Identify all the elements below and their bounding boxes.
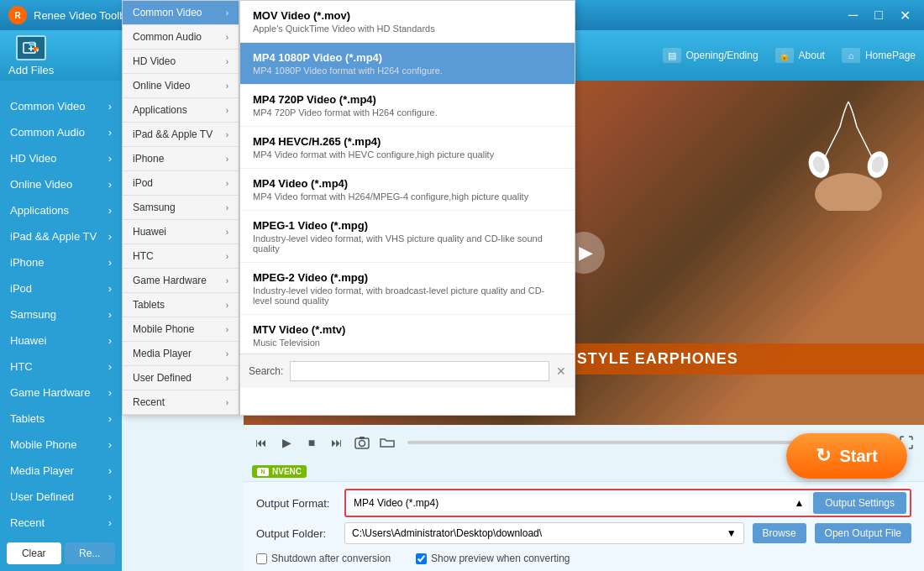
search-clear-icon[interactable]: ✕ bbox=[556, 364, 566, 378]
sidebar-item-common-video[interactable]: Common Video › bbox=[0, 93, 122, 119]
sidebar-item-label: Online Video bbox=[10, 178, 72, 191]
sidebar-item-label: Mobile Phone bbox=[10, 438, 77, 451]
sidebar-item-samsung[interactable]: Samsung › bbox=[0, 301, 122, 327]
submenu-arrow-icon: › bbox=[226, 228, 228, 237]
opening-ending-nav[interactable]: ▤ Opening/Ending bbox=[663, 48, 759, 63]
submenu-item-ipad-apple-tv[interactable]: iPad && Apple TV › bbox=[123, 123, 239, 147]
format-panel: MOV Video (*.mov) Apple's QuickTime Vide… bbox=[239, 0, 575, 416]
app-logo: R bbox=[8, 6, 27, 24]
open-folder-button[interactable] bbox=[378, 433, 396, 452]
opening-ending-label: Opening/Ending bbox=[686, 50, 759, 61]
open-folder-btn[interactable]: Open Output File bbox=[815, 523, 911, 543]
sidebar-item-label: Media Player bbox=[10, 464, 74, 477]
submenu-item-media-player[interactable]: Media Player › bbox=[123, 342, 239, 366]
submenu-label: Online Video bbox=[133, 80, 191, 92]
submenu-label: Common Video bbox=[133, 7, 202, 18]
sidebar-item-applications[interactable]: Applications › bbox=[0, 197, 122, 223]
sidebar-item-mobile-phone[interactable]: Mobile Phone › bbox=[0, 432, 122, 458]
sidebar-item-label: iPad && Apple TV bbox=[10, 230, 97, 243]
shutdown-checkbox-item[interactable]: Shutdown after conversion bbox=[256, 553, 391, 564]
sidebar-item-label: Huawei bbox=[10, 334, 46, 347]
format-item-desc: MP4 Video format with HEVC configure,hig… bbox=[253, 149, 562, 160]
sidebar-item-common-audio[interactable]: Common Audio › bbox=[0, 119, 122, 145]
submenu-item-hd-video[interactable]: HD Video › bbox=[123, 50, 239, 74]
format-item-mpeg1[interactable]: MPEG-1 Video (*.mpg) Industry-level vide… bbox=[240, 211, 575, 263]
submenu-item-online-video[interactable]: Online Video › bbox=[123, 74, 239, 98]
sidebar-item-ipad-apple-tv[interactable]: iPad && Apple TV › bbox=[0, 223, 122, 249]
homepage-icon: ⌂ bbox=[842, 48, 860, 63]
format-item-mpeg2[interactable]: MPEG-2 Video (*.mpg) Industry-level vide… bbox=[240, 263, 575, 315]
homepage-nav[interactable]: ⌂ HomePage bbox=[842, 48, 916, 63]
submenu-item-common-audio[interactable]: Common Audio › bbox=[123, 25, 239, 50]
format-item-mp4[interactable]: MP4 Video (*.mp4) MP4 Video format with … bbox=[240, 169, 575, 211]
output-folder-input[interactable]: C:\Users\Administrator\Desktop\download\… bbox=[344, 522, 744, 544]
sidebar-item-label: Recent bbox=[10, 516, 45, 529]
about-nav[interactable]: 🔒 About bbox=[775, 48, 825, 63]
submenu-item-common-video[interactable]: Common Video › bbox=[123, 1, 239, 25]
start-button[interactable]: ↻ Start bbox=[786, 433, 907, 479]
submenu-item-tablets[interactable]: Tablets › bbox=[123, 293, 239, 317]
preview-checkbox-item[interactable]: Show preview when converting bbox=[416, 553, 570, 564]
search-input[interactable] bbox=[290, 361, 549, 381]
close-button[interactable]: ✕ bbox=[895, 6, 916, 25]
output-folder-row: Output Folder: C:\Users\Administrator\De… bbox=[256, 522, 911, 544]
minimize-button[interactable]: ─ bbox=[843, 6, 863, 25]
sidebar: CHEAP EARPODS STYLE EARPHONES Common Vid… bbox=[0, 81, 122, 571]
format-item-mp4-720p[interactable]: MP4 720P Video (*.mp4) MP4 720P Video fo… bbox=[240, 85, 575, 127]
sidebar-item-label: iPod bbox=[10, 282, 32, 295]
screenshot-button[interactable] bbox=[353, 433, 371, 452]
remove-button[interactable]: Re... bbox=[65, 542, 116, 564]
sidebar-item-ipod[interactable]: iPod › bbox=[0, 275, 122, 301]
format-item-desc: MP4 1080P Video format with H264 configu… bbox=[253, 65, 562, 76]
format-item-mtv[interactable]: MTV Video (*.mtv) Music Television bbox=[240, 315, 575, 354]
sidebar-item-game-hardware[interactable]: Game Hardware › bbox=[0, 380, 122, 406]
submenu-item-ipod[interactable]: iPod › bbox=[123, 171, 239, 196]
sidebar-item-label: Common Video bbox=[10, 100, 85, 113]
preview-checkbox[interactable] bbox=[416, 553, 427, 564]
play-pause-button[interactable]: ▶ bbox=[277, 433, 296, 452]
submenu-item-recent[interactable]: Recent › bbox=[123, 390, 239, 415]
clear-button[interactable]: Clear bbox=[7, 542, 61, 564]
chevron-right-icon: › bbox=[108, 178, 112, 191]
format-item-mp4-hevc[interactable]: MP4 HEVC/H.265 (*.mp4) MP4 Video format … bbox=[240, 127, 575, 169]
output-settings-button[interactable]: Output Settings bbox=[813, 492, 906, 514]
skip-back-button[interactable]: ⏮ bbox=[252, 433, 270, 452]
add-files-button[interactable]: ▼ Add Files bbox=[8, 35, 54, 76]
stop-button[interactable]: ■ bbox=[302, 433, 321, 452]
progress-bar[interactable] bbox=[407, 441, 795, 444]
submenu-item-iphone[interactable]: iPhone › bbox=[123, 147, 239, 171]
output-format-select[interactable]: MP4 Video (*.mp4) ▲ bbox=[349, 495, 808, 511]
sidebar-item-user-defined[interactable]: User Defined › bbox=[0, 484, 122, 510]
format-item-title: MOV Video (*.mov) bbox=[253, 9, 562, 22]
format-item-mov[interactable]: MOV Video (*.mov) Apple's QuickTime Vide… bbox=[240, 1, 575, 43]
submenu-item-huawei[interactable]: Huawei › bbox=[123, 220, 239, 244]
submenu-item-samsung[interactable]: Samsung › bbox=[123, 196, 239, 220]
sidebar-item-online-video[interactable]: Online Video › bbox=[0, 171, 122, 197]
earpods-visual bbox=[798, 93, 899, 213]
submenu-label: Applications bbox=[133, 104, 187, 116]
submenu-item-htc[interactable]: HTC › bbox=[123, 244, 239, 269]
sidebar-item-huawei[interactable]: Huawei › bbox=[0, 327, 122, 354]
skip-forward-button[interactable]: ⏭ bbox=[328, 433, 346, 452]
maximize-button[interactable]: □ bbox=[869, 6, 888, 25]
format-item-desc: Music Television bbox=[253, 338, 562, 348]
submenu-item-mobile-phone[interactable]: Mobile Phone › bbox=[123, 317, 239, 342]
submenu-item-applications[interactable]: Applications › bbox=[123, 98, 239, 123]
sidebar-item-iphone[interactable]: iPhone › bbox=[0, 249, 122, 275]
nvidia-icon: N bbox=[257, 468, 269, 476]
format-item-title: MTV Video (*.mtv) bbox=[253, 323, 562, 336]
submenu-item-user-defined[interactable]: User Defined › bbox=[123, 366, 239, 390]
sidebar-item-hd-video[interactable]: HD Video › bbox=[0, 145, 122, 171]
submenu-item-game-hardware[interactable]: Game Hardware › bbox=[123, 269, 239, 293]
format-item-desc: Industry-level video format, with broadc… bbox=[253, 286, 562, 306]
sidebar-item-htc[interactable]: HTC › bbox=[0, 354, 122, 380]
submenu-label: Samsung bbox=[133, 202, 176, 213]
format-item-mp4-1080p[interactable]: MP4 1080P Video (*.mp4) MP4 1080P Video … bbox=[240, 43, 575, 85]
sidebar-item-media-player[interactable]: Media Player › bbox=[0, 458, 122, 484]
main-area: CHEAP EARPODS STYLE EARPHONES Common Vid… bbox=[0, 81, 924, 571]
browse-button[interactable]: Browse bbox=[753, 523, 806, 543]
sidebar-item-tablets[interactable]: Tablets › bbox=[0, 406, 122, 432]
shutdown-checkbox[interactable] bbox=[256, 553, 267, 564]
sidebar-item-recent[interactable]: Recent › bbox=[0, 510, 122, 536]
homepage-label: HomePage bbox=[865, 50, 916, 61]
